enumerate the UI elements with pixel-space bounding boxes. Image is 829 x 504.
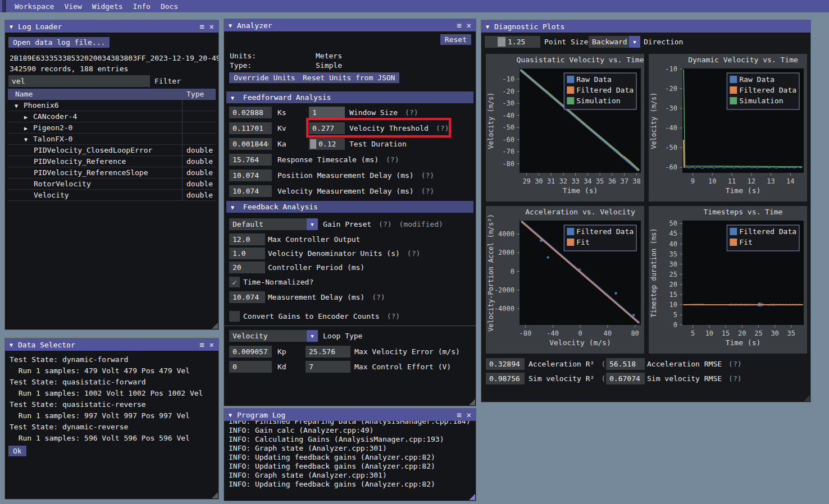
window-menu-icon[interactable]: ≡: [457, 411, 461, 419]
chevron-right-icon[interactable]: ▶: [24, 123, 33, 134]
program-log-titlebar[interactable]: ▼ Program Log ≡ ✕: [224, 409, 476, 421]
svg-text:10: 10: [669, 301, 677, 309]
resize-grip[interactable]: [212, 492, 218, 498]
close-icon[interactable]: ✕: [209, 22, 214, 30]
response-timescale-input[interactable]: [229, 154, 272, 166]
window-menu-icon[interactable]: ≡: [199, 22, 204, 30]
collapse-icon[interactable]: ▼: [486, 24, 489, 30]
max-velocity-error-input[interactable]: [306, 346, 350, 358]
controller-period-input[interactable]: [229, 262, 265, 273]
window-menu-icon[interactable]: ≡: [199, 341, 204, 349]
kp-input[interactable]: [229, 346, 272, 358]
feedback-section-header[interactable]: ▼ Feedback Analysis: [226, 201, 473, 213]
max-output-input[interactable]: [229, 233, 265, 245]
plot-timesteps-vs-time[interactable]: Timesteps vs. TimeTime (s)Timestep durat…: [649, 206, 807, 354]
collapse-icon[interactable]: ▼: [229, 22, 232, 29]
kd-input[interactable]: [229, 361, 272, 373]
data-selector-titlebar[interactable]: ▼ Data Selector ≡ ✕: [5, 338, 218, 351]
chevron-right-icon[interactable]: ▶: [24, 112, 33, 123]
plot-acceleration-vs-velocity[interactable]: Acceleration vs. VelocityVelocity (m/s)V…: [486, 206, 644, 354]
window-menu-icon[interactable]: ≡: [457, 21, 461, 29]
chevron-down-icon[interactable]: ▼: [24, 134, 33, 145]
diagnostic-plots-titlebar[interactable]: ▼ Diagnostic Plots: [481, 20, 810, 33]
analyzer-titlebar[interactable]: ▼ Analyzer ≡ ✕: [224, 19, 476, 31]
resize-grip[interactable]: [469, 399, 475, 405]
collapse-icon[interactable]: ▼: [10, 342, 13, 348]
close-icon[interactable]: ✕: [209, 341, 214, 349]
tree-row-pidvelocity_closedlooperror[interactable]: PIDVelocity_ClosedLoopErrordouble: [8, 145, 216, 156]
close-icon[interactable]: ✕: [467, 411, 471, 419]
plot-dynamic-velocity-vs-time[interactable]: Dynamic Velocity vs. TimeTime (s)Velocit…: [649, 54, 807, 201]
loop-type-dropdown[interactable]: Velocity ▼: [229, 330, 318, 342]
tree-row-velocity[interactable]: Velocitydouble: [8, 190, 216, 201]
run-samples-line: Run 1 samples: 479 Volt 479 Pos 479 Vel: [10, 365, 203, 377]
plot-canvas[interactable]: Acceleration vs. VelocityVelocity (m/s)V…: [486, 206, 644, 354]
accel-r2-input[interactable]: [486, 358, 525, 370]
log-loader-titlebar[interactable]: ▼ Log Loader ≡ ✕: [5, 20, 218, 33]
menu-workspace[interactable]: Workspace: [10, 2, 59, 11]
resize-grip[interactable]: [804, 395, 810, 401]
plot-canvas[interactable]: Timesteps vs. TimeTime (s)Timestep durat…: [649, 206, 807, 354]
tree-row-pidvelocity_referenceslope[interactable]: PIDVelocity_ReferenceSlopedouble: [8, 167, 216, 178]
accel-rmse-input[interactable]: [606, 358, 645, 370]
sim-rmse-input[interactable]: [606, 373, 645, 384]
chevron-down-icon[interactable]: ▼: [15, 100, 24, 112]
resize-grip[interactable]: [469, 494, 475, 500]
ka-input[interactable]: [229, 138, 272, 150]
slider-grab[interactable]: [310, 139, 316, 149]
tree-row-pigeon2-0[interactable]: ▶Pigeon2-0: [8, 122, 216, 134]
svg-text:10: 10: [705, 329, 713, 337]
resize-grip[interactable]: [212, 323, 218, 329]
plot-canvas[interactable]: Dynamic Velocity vs. TimeTime (s)Velocit…: [649, 54, 807, 201]
open-log-file-button[interactable]: Open data log file...: [8, 37, 110, 48]
log-line: INFO: Finished Preparing Data (AnalysisM…: [229, 421, 471, 426]
velocity-threshold-label: Velocity Threshold: [349, 122, 429, 134]
menu-info[interactable]: Info: [128, 2, 156, 11]
svg-text:13: 13: [767, 177, 775, 185]
convert-gains-checkbox[interactable]: [229, 311, 240, 322]
velocity-denom-input[interactable]: [229, 248, 265, 259]
kv-input[interactable]: [229, 122, 272, 134]
svg-text:Filtered Data: Filtered Data: [576, 86, 634, 94]
log-loader-title: Log Loader: [18, 22, 62, 31]
tree-row-pidvelocity_reference[interactable]: PIDVelocity_Referencedouble: [8, 156, 216, 167]
test-state-list: Test State: dynamic-forward Run 1 sample…: [10, 354, 203, 444]
close-icon[interactable]: ✕: [467, 21, 471, 29]
max-control-effort-input[interactable]: [306, 361, 350, 373]
help-icon: (?): [405, 107, 418, 118]
gain-preset-label: Gain Preset: [323, 218, 371, 230]
ks-input[interactable]: [229, 107, 272, 118]
velocity-delay-input[interactable]: [229, 185, 272, 197]
sim-r2-input[interactable]: [486, 373, 525, 384]
menu-docs[interactable]: Docs: [156, 2, 183, 11]
tree-row-rotorvelocity[interactable]: RotorVelocitydouble: [8, 178, 216, 190]
collapse-icon[interactable]: ▼: [10, 24, 13, 30]
time-normalized-checkbox[interactable]: ✓: [229, 277, 240, 287]
tree-row-talonfx-0[interactable]: ▼TalonFX-0: [8, 134, 216, 145]
gain-preset-dropdown[interactable]: Default ▼: [229, 218, 318, 230]
menu-view[interactable]: View: [59, 2, 86, 11]
velocity-threshold-input[interactable]: [309, 122, 345, 134]
tree-row-cancoder-4[interactable]: ▶CANcoder-4: [8, 111, 216, 122]
test-duration-slider[interactable]: 0.12: [309, 138, 345, 150]
reset-units-button[interactable]: Reset Units from JSON: [298, 72, 399, 83]
direction-dropdown[interactable]: Backward ▼: [589, 36, 640, 48]
reset-button[interactable]: Reset: [440, 34, 471, 45]
ok-button[interactable]: Ok: [8, 446, 26, 456]
collapse-icon[interactable]: ▼: [229, 412, 232, 418]
point-size-slider[interactable]: 1.25: [485, 36, 540, 48]
svg-text:Time (s): Time (s): [726, 338, 761, 347]
slider-grab[interactable]: [498, 37, 505, 47]
tree-row-phoenix6[interactable]: ▼Phoenix6: [8, 100, 216, 111]
feedforward-section-header[interactable]: ▼ Feedforward Analysis: [226, 91, 473, 103]
measurement-delay-input[interactable]: [229, 291, 265, 303]
svg-text:80: 80: [631, 329, 639, 337]
plot-quasistatic-velocity-vs-time[interactable]: Quasistatic Velocity vs. TimeTime (s)Vel…: [486, 54, 644, 201]
ka-label: Ka: [277, 138, 286, 150]
menu-widgets[interactable]: Widgets: [87, 2, 128, 11]
plot-canvas[interactable]: Quasistatic Velocity vs. TimeTime (s)Vel…: [486, 54, 644, 201]
override-units-button[interactable]: Override Units: [229, 72, 300, 83]
position-delay-input[interactable]: [229, 169, 272, 181]
window-size-drag[interactable]: 1: [309, 107, 345, 118]
filter-input[interactable]: [8, 75, 150, 87]
